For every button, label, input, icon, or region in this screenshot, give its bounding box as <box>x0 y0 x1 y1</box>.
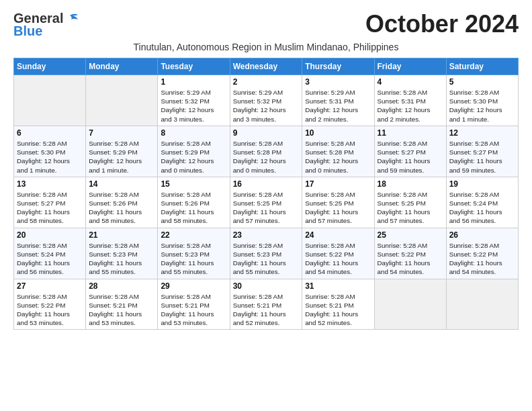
day-number: 20 <box>17 230 83 240</box>
day-number: 19 <box>449 179 515 189</box>
cell-info: Sunrise: 5:28 AM Sunset: 5:22 PM Dayligh… <box>449 241 515 277</box>
cell-info: Sunrise: 5:28 AM Sunset: 5:30 PM Dayligh… <box>449 88 515 124</box>
calendar-cell: 10Sunrise: 5:28 AM Sunset: 5:28 PM Dayli… <box>302 126 374 177</box>
day-number: 8 <box>161 128 226 138</box>
weekday-header: Friday <box>374 58 446 75</box>
weekday-header: Sunday <box>14 58 86 75</box>
calendar-cell: 15Sunrise: 5:28 AM Sunset: 5:26 PM Dayli… <box>158 177 230 228</box>
calendar-cell: 16Sunrise: 5:28 AM Sunset: 5:25 PM Dayli… <box>230 177 302 228</box>
cell-info: Sunrise: 5:28 AM Sunset: 5:31 PM Dayligh… <box>378 88 443 124</box>
cell-info: Sunrise: 5:28 AM Sunset: 5:25 PM Dayligh… <box>378 190 443 226</box>
subtitle: Tinutulan, Autonomous Region in Muslim M… <box>13 42 519 52</box>
day-number: 6 <box>17 128 83 138</box>
cell-info: Sunrise: 5:28 AM Sunset: 5:24 PM Dayligh… <box>17 241 83 277</box>
day-number: 18 <box>378 179 443 189</box>
cell-info: Sunrise: 5:28 AM Sunset: 5:28 PM Dayligh… <box>233 139 300 175</box>
weekday-header: Thursday <box>302 58 374 75</box>
calendar-cell: 24Sunrise: 5:28 AM Sunset: 5:22 PM Dayli… <box>302 228 374 279</box>
calendar-cell: 9Sunrise: 5:28 AM Sunset: 5:28 PM Daylig… <box>230 126 302 177</box>
day-number: 9 <box>233 128 300 138</box>
day-number: 26 <box>449 230 515 240</box>
calendar-week-row: 1Sunrise: 5:29 AM Sunset: 5:32 PM Daylig… <box>14 75 519 126</box>
calendar-cell <box>374 279 446 330</box>
calendar-cell: 12Sunrise: 5:28 AM Sunset: 5:27 PM Dayli… <box>446 126 518 177</box>
calendar-week-row: 27Sunrise: 5:28 AM Sunset: 5:22 PM Dayli… <box>14 279 519 330</box>
cell-info: Sunrise: 5:28 AM Sunset: 5:27 PM Dayligh… <box>17 190 83 226</box>
day-number: 14 <box>89 179 154 189</box>
day-number: 15 <box>161 179 226 189</box>
calendar-cell: 23Sunrise: 5:28 AM Sunset: 5:23 PM Dayli… <box>230 228 302 279</box>
cell-info: Sunrise: 5:28 AM Sunset: 5:22 PM Dayligh… <box>378 241 443 277</box>
day-number: 12 <box>449 128 515 138</box>
cell-info: Sunrise: 5:28 AM Sunset: 5:26 PM Dayligh… <box>161 190 226 226</box>
day-number: 29 <box>161 281 226 291</box>
cell-info: Sunrise: 5:28 AM Sunset: 5:23 PM Dayligh… <box>161 241 226 277</box>
cell-info: Sunrise: 5:28 AM Sunset: 5:23 PM Dayligh… <box>89 241 154 277</box>
calendar-cell <box>14 75 86 126</box>
calendar-cell: 6Sunrise: 5:28 AM Sunset: 5:30 PM Daylig… <box>14 126 86 177</box>
day-number: 25 <box>378 230 443 240</box>
day-number: 11 <box>378 128 443 138</box>
calendar-cell: 13Sunrise: 5:28 AM Sunset: 5:27 PM Dayli… <box>14 177 86 228</box>
calendar-cell: 4Sunrise: 5:28 AM Sunset: 5:31 PM Daylig… <box>374 75 446 126</box>
calendar-cell: 2Sunrise: 5:29 AM Sunset: 5:32 PM Daylig… <box>230 75 302 126</box>
day-number: 30 <box>233 281 300 291</box>
calendar-cell: 5Sunrise: 5:28 AM Sunset: 5:30 PM Daylig… <box>446 75 518 126</box>
calendar-cell <box>446 279 518 330</box>
day-number: 3 <box>305 77 371 87</box>
calendar-header: SundayMondayTuesdayWednesdayThursdayFrid… <box>14 58 519 75</box>
cell-info: Sunrise: 5:28 AM Sunset: 5:28 PM Dayligh… <box>305 139 371 175</box>
calendar-cell: 14Sunrise: 5:28 AM Sunset: 5:26 PM Dayli… <box>86 177 158 228</box>
calendar-cell: 20Sunrise: 5:28 AM Sunset: 5:24 PM Dayli… <box>14 228 86 279</box>
calendar-cell: 21Sunrise: 5:28 AM Sunset: 5:23 PM Dayli… <box>86 228 158 279</box>
calendar-cell: 26Sunrise: 5:28 AM Sunset: 5:22 PM Dayli… <box>446 228 518 279</box>
cell-info: Sunrise: 5:28 AM Sunset: 5:26 PM Dayligh… <box>89 190 154 226</box>
cell-info: Sunrise: 5:29 AM Sunset: 5:31 PM Dayligh… <box>305 88 371 124</box>
calendar-week-row: 6Sunrise: 5:28 AM Sunset: 5:30 PM Daylig… <box>14 126 519 177</box>
cell-info: Sunrise: 5:29 AM Sunset: 5:32 PM Dayligh… <box>161 88 226 124</box>
calendar-cell: 22Sunrise: 5:28 AM Sunset: 5:23 PM Dayli… <box>158 228 230 279</box>
day-number: 1 <box>161 77 226 87</box>
calendar-cell: 8Sunrise: 5:28 AM Sunset: 5:29 PM Daylig… <box>158 126 230 177</box>
day-number: 17 <box>305 179 371 189</box>
cell-info: Sunrise: 5:28 AM Sunset: 5:24 PM Dayligh… <box>449 190 515 226</box>
cell-info: Sunrise: 5:28 AM Sunset: 5:21 PM Dayligh… <box>305 292 371 328</box>
cell-info: Sunrise: 5:28 AM Sunset: 5:29 PM Dayligh… <box>161 139 226 175</box>
calendar-body: 1Sunrise: 5:29 AM Sunset: 5:32 PM Daylig… <box>14 75 519 330</box>
calendar-cell: 19Sunrise: 5:28 AM Sunset: 5:24 PM Dayli… <box>446 177 518 228</box>
cell-info: Sunrise: 5:28 AM Sunset: 5:21 PM Dayligh… <box>89 292 154 328</box>
calendar-cell: 31Sunrise: 5:28 AM Sunset: 5:21 PM Dayli… <box>302 279 374 330</box>
weekday-header: Saturday <box>446 58 518 75</box>
calendar-cell: 1Sunrise: 5:29 AM Sunset: 5:32 PM Daylig… <box>158 75 230 126</box>
page-header: General Blue October 2024 <box>13 11 519 39</box>
cell-info: Sunrise: 5:28 AM Sunset: 5:27 PM Dayligh… <box>449 139 515 175</box>
weekday-row: SundayMondayTuesdayWednesdayThursdayFrid… <box>14 58 519 75</box>
month-title: October 2024 <box>365 11 519 38</box>
cell-info: Sunrise: 5:28 AM Sunset: 5:30 PM Dayligh… <box>17 139 83 175</box>
cell-info: Sunrise: 5:28 AM Sunset: 5:27 PM Dayligh… <box>378 139 443 175</box>
calendar-cell: 17Sunrise: 5:28 AM Sunset: 5:25 PM Dayli… <box>302 177 374 228</box>
calendar-week-row: 20Sunrise: 5:28 AM Sunset: 5:24 PM Dayli… <box>14 228 519 279</box>
day-number: 4 <box>378 77 443 87</box>
calendar-cell <box>86 75 158 126</box>
calendar-cell: 27Sunrise: 5:28 AM Sunset: 5:22 PM Dayli… <box>14 279 86 330</box>
day-number: 2 <box>233 77 300 87</box>
day-number: 22 <box>161 230 226 240</box>
calendar-table: SundayMondayTuesdayWednesdayThursdayFrid… <box>13 58 519 330</box>
calendar-cell: 11Sunrise: 5:28 AM Sunset: 5:27 PM Dayli… <box>374 126 446 177</box>
cell-info: Sunrise: 5:29 AM Sunset: 5:32 PM Dayligh… <box>233 88 300 124</box>
cell-info: Sunrise: 5:28 AM Sunset: 5:21 PM Dayligh… <box>233 292 300 328</box>
calendar-cell: 7Sunrise: 5:28 AM Sunset: 5:29 PM Daylig… <box>86 126 158 177</box>
calendar-cell: 18Sunrise: 5:28 AM Sunset: 5:25 PM Dayli… <box>374 177 446 228</box>
day-number: 7 <box>89 128 154 138</box>
logo-blue-text: Blue <box>13 24 42 39</box>
day-number: 28 <box>89 281 154 291</box>
cell-info: Sunrise: 5:28 AM Sunset: 5:29 PM Dayligh… <box>89 139 154 175</box>
day-number: 24 <box>305 230 371 240</box>
calendar-cell: 25Sunrise: 5:28 AM Sunset: 5:22 PM Dayli… <box>374 228 446 279</box>
calendar-week-row: 13Sunrise: 5:28 AM Sunset: 5:27 PM Dayli… <box>14 177 519 228</box>
logo: General Blue <box>13 11 79 39</box>
day-number: 23 <box>233 230 300 240</box>
calendar-cell: 28Sunrise: 5:28 AM Sunset: 5:21 PM Dayli… <box>86 279 158 330</box>
day-number: 31 <box>305 281 371 291</box>
